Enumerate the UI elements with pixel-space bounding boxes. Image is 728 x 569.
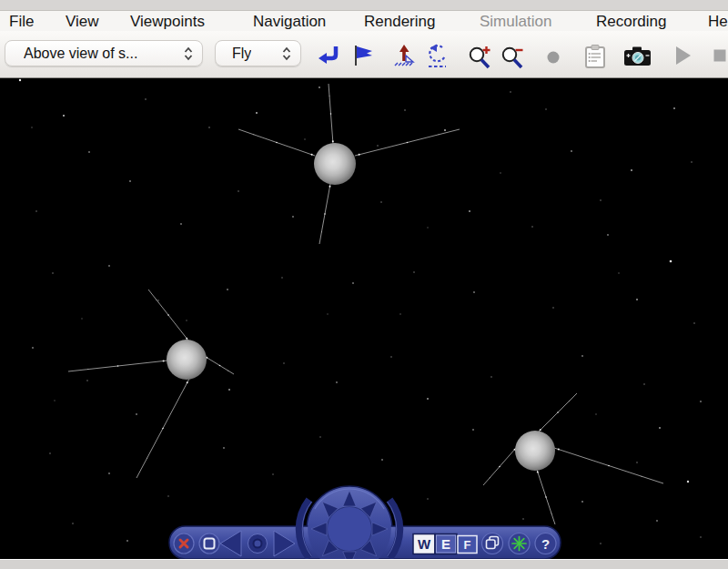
menu-rendering[interactable]: Rendering: [364, 12, 435, 31]
play-icon[interactable]: [675, 46, 692, 66]
navigation-mode-select[interactable]: Fly: [215, 40, 301, 66]
headlight-sun-icon: [512, 537, 526, 551]
menu-simulation: Simulation: [480, 12, 551, 31]
viewpoint-select-value: Above view of s...: [24, 46, 137, 62]
undo-move-icon[interactable]: [425, 44, 450, 68]
compass-disc[interactable]: [328, 507, 372, 552]
walk-mode-button[interactable]: W: [413, 534, 435, 554]
menu-viewpoints[interactable]: Viewpoints: [130, 12, 205, 31]
return-arrow-icon[interactable]: [318, 44, 341, 67]
stop-icon[interactable]: [713, 49, 726, 62]
examine-mode-button[interactable]: E: [435, 534, 457, 554]
set-flag-icon[interactable]: [351, 44, 375, 67]
snapshot-camera-icon[interactable]: [623, 44, 652, 67]
menu-recording[interactable]: Recording: [596, 12, 667, 31]
menu-view[interactable]: View: [66, 12, 99, 31]
console-log-icon[interactable]: [583, 44, 607, 69]
center-ring-button[interactable]: [248, 534, 268, 554]
navigation-dashboard: W E F ?: [155, 478, 573, 564]
toolbar: Above view of s... Fly: [0, 31, 728, 78]
window-bottom-strip: [0, 559, 728, 569]
help-button[interactable]: ?: [535, 533, 556, 554]
fly-label: F: [464, 538, 471, 552]
navigation-mode-value: Fly: [232, 46, 251, 62]
close-button[interactable]: [174, 533, 194, 554]
viewpoints-button[interactable]: [482, 533, 503, 554]
chevron-updown-icon: [282, 46, 291, 61]
menu-navigation[interactable]: Navigation: [253, 12, 326, 31]
straighten-icon[interactable]: [392, 44, 416, 67]
minimize-button[interactable]: [199, 533, 219, 554]
headlight-button[interactable]: [509, 533, 530, 554]
window-title-strip: [0, 0, 728, 11]
menu-file[interactable]: File: [9, 12, 34, 31]
viewpoint-select[interactable]: Above view of s...: [5, 40, 203, 66]
menu-help[interactable]: Help: [708, 12, 728, 31]
zoom-out-icon[interactable]: [500, 44, 525, 69]
menu-bar: File View Viewpoints Navigation Renderin…: [0, 11, 728, 31]
zoom-in-icon[interactable]: [467, 44, 492, 69]
walk-label: W: [418, 536, 431, 552]
fly-mode-button[interactable]: F: [458, 536, 477, 554]
help-label: ?: [541, 536, 550, 552]
chevron-updown-icon: [184, 46, 193, 61]
examine-label: E: [441, 536, 450, 552]
record-icon[interactable]: [547, 51, 560, 64]
